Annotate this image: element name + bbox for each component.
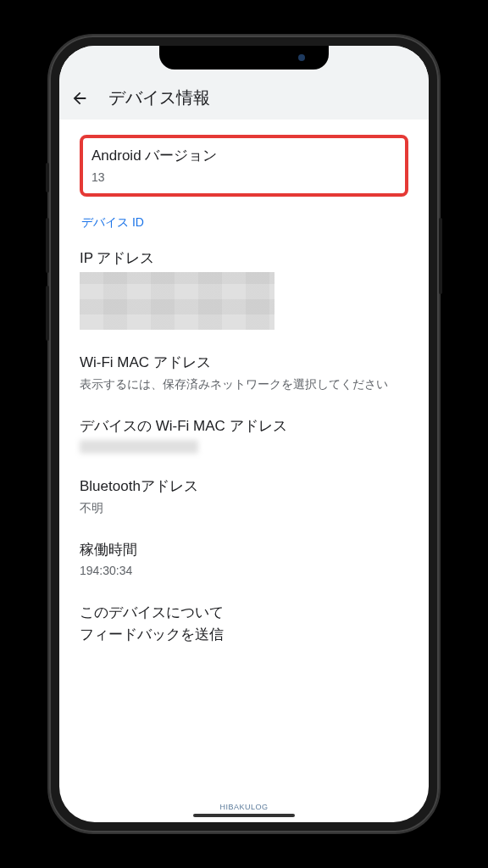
android-version-value: 13 bbox=[92, 169, 396, 186]
home-indicator[interactable] bbox=[193, 814, 295, 817]
feedback-line2: フィードバックを送信 bbox=[80, 624, 408, 646]
feedback-item[interactable]: このデバイスについて フィードバックを送信 bbox=[80, 602, 408, 645]
side-button bbox=[46, 163, 49, 192]
uptime-item[interactable]: 稼働時間 194:30:34 bbox=[80, 539, 408, 581]
back-button[interactable] bbox=[69, 88, 90, 108]
volume-up-button bbox=[46, 218, 49, 273]
ip-address-value-redacted bbox=[80, 272, 274, 330]
watermark: HIBAKULOG bbox=[219, 803, 268, 811]
wifi-mac-title: Wi-Fi MAC アドレス bbox=[80, 352, 408, 374]
uptime-value: 194:30:34 bbox=[80, 562, 408, 580]
screen: デバイス情報 Android バージョン 13 デバイス ID IP アドレス … bbox=[59, 46, 429, 822]
ip-address-title: IP アドレス bbox=[80, 248, 408, 270]
android-version-title: Android バージョン bbox=[92, 145, 396, 167]
power-button bbox=[439, 218, 442, 294]
bluetooth-value: 不明 bbox=[80, 499, 408, 517]
android-version-item[interactable]: Android バージョン 13 bbox=[80, 135, 408, 197]
volume-down-button bbox=[46, 286, 49, 341]
bluetooth-item[interactable]: Bluetoothアドレス 不明 bbox=[80, 476, 408, 517]
uptime-title: 稼働時間 bbox=[80, 539, 408, 561]
bluetooth-title: Bluetoothアドレス bbox=[80, 476, 408, 498]
feedback-line1: このデバイスについて bbox=[80, 602, 408, 624]
device-wifi-mac-value-redacted bbox=[80, 440, 198, 453]
device-id-link[interactable]: デバイス ID bbox=[80, 215, 408, 231]
ip-address-item[interactable]: IP アドレス bbox=[80, 248, 408, 331]
device-wifi-mac-title: デバイスの Wi-Fi MAC アドレス bbox=[80, 415, 408, 437]
camera-dot bbox=[298, 54, 305, 61]
back-arrow-icon bbox=[70, 89, 89, 108]
wifi-mac-sub: 表示するには、保存済みネットワークを選択してください bbox=[80, 376, 408, 393]
wifi-mac-item[interactable]: Wi-Fi MAC アドレス 表示するには、保存済みネットワークを選択してくださ… bbox=[80, 352, 408, 393]
phone-frame: デバイス情報 Android バージョン 13 デバイス ID IP アドレス … bbox=[49, 36, 439, 832]
page-title: デバイス情報 bbox=[108, 86, 210, 109]
device-wifi-mac-item[interactable]: デバイスの Wi-Fi MAC アドレス bbox=[80, 415, 408, 454]
content-area: Android バージョン 13 デバイス ID IP アドレス Wi-Fi M… bbox=[59, 120, 429, 660]
notch bbox=[159, 46, 329, 70]
